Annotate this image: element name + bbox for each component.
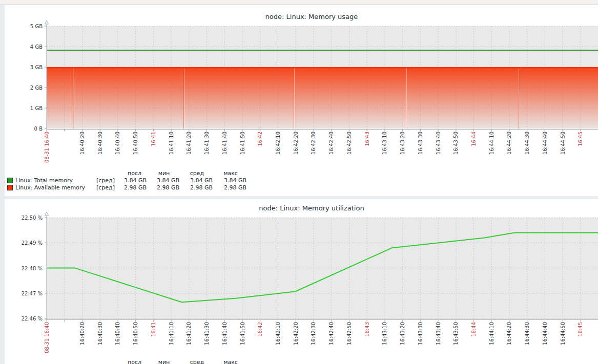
legend-column-header: посл xyxy=(121,359,148,364)
x-tick-label: 16:43:20 xyxy=(400,322,405,345)
x-tick-label: 16:43:30 xyxy=(418,322,423,345)
y-tick-label: 22.48 % xyxy=(5,265,43,272)
legend-value: 3.84 GB xyxy=(147,177,179,184)
x-tick-label: 16:42:40 xyxy=(328,132,334,155)
x-tick-label: 16:44:30 xyxy=(524,322,530,345)
x-tick-label: 16:40:40 xyxy=(115,322,120,345)
y-tick-label: 3 GB xyxy=(5,64,43,71)
x-tick-label: 16:41:10 xyxy=(169,132,174,155)
legend-color-swatch xyxy=(7,178,13,183)
legend-column-header: посл xyxy=(121,170,148,177)
legend-aggregation: [сред] xyxy=(96,184,120,191)
x-tick-label: 16:43:10 xyxy=(382,322,387,345)
x-tick-label: 16:41:50 xyxy=(240,132,245,155)
x-tick-label: 16:41:50 xyxy=(240,322,245,345)
x-tick-label: 16:42 xyxy=(257,132,263,146)
legend-value: 2.98 GB xyxy=(213,184,246,191)
x-tick-label: 16:44:50 xyxy=(560,132,566,155)
x-tick-label: 16:44:20 xyxy=(506,322,512,345)
x-tick-label: 16:40:20 xyxy=(79,132,85,155)
x-tick-label: 16:42:10 xyxy=(275,132,281,155)
x-tick-label: 16:43 xyxy=(364,322,370,337)
y-tick-label: 22.50 % xyxy=(5,215,43,221)
x-tick-label: 16:41:20 xyxy=(186,322,192,345)
x-tick-label: 16:40:20 xyxy=(79,322,85,345)
x-tick-label: 16:44:40 xyxy=(542,322,548,345)
y-tick-label: 4 GB xyxy=(5,44,43,50)
x-tick-label: 16:41:20 xyxy=(186,132,192,155)
x-tick-label: 16:41 xyxy=(151,132,156,146)
memory-usage-plot-area[interactable] xyxy=(47,19,598,137)
legend-value: 2.98 GB xyxy=(120,184,147,191)
x-tick-label: 16:43:10 xyxy=(382,132,387,155)
memory-utilization-plot-area[interactable] xyxy=(47,212,598,328)
x-tick-label: 16:43:50 xyxy=(453,132,459,155)
memory-utilization-title: node: Linux: Memory utilization xyxy=(15,204,598,212)
legend-value: 3.84 GB xyxy=(213,177,246,184)
x-tick-label: 16:42 xyxy=(257,322,263,337)
x-tick-label: 16:42:20 xyxy=(293,132,299,155)
x-tick-label: 16:44:10 xyxy=(489,322,494,345)
memory-utilization-legend: послминсредмакс xyxy=(7,358,248,364)
x-tick-label: 16:43 xyxy=(364,132,370,146)
x-tick-label: 08-31 16:40 xyxy=(44,132,50,163)
legend-header-row: послминсредмакс xyxy=(7,358,248,364)
legend-item-label: Linux: Available memory xyxy=(15,184,96,191)
x-tick-label: 16:41 xyxy=(151,322,156,337)
memory-usage-graph-panel: node: Linux: Memory usage 5 GB4 GB3 GB2 … xyxy=(5,5,598,196)
memory-utilization-graph-panel: node: Linux: Memory utilization 22.50 %2… xyxy=(5,199,598,364)
y-tick-label: 22.46 % xyxy=(5,315,43,322)
x-tick-label: 16:45 xyxy=(578,322,583,337)
x-tick-label: 16:43:20 xyxy=(400,132,405,155)
x-tick-label: 16:42:40 xyxy=(328,322,334,345)
x-tick-label: 16:42:30 xyxy=(311,132,316,155)
legend-value: 2.98 GB xyxy=(147,184,179,191)
x-tick-label: 16:44 xyxy=(471,132,477,146)
legend-column-header: мин xyxy=(148,359,180,364)
x-tick-label: 16:40:40 xyxy=(115,132,120,155)
x-tick-label: 16:41:10 xyxy=(169,322,174,345)
x-tick-label: 16:40:30 xyxy=(97,322,103,345)
y-tick-label: 22.49 % xyxy=(5,240,43,246)
x-tick-label: 16:41:30 xyxy=(204,322,210,345)
y-tick-label: 22.47 % xyxy=(5,290,43,297)
legend-color-swatch xyxy=(7,185,13,190)
x-tick-label: 16:44:20 xyxy=(506,132,512,155)
x-tick-label: 16:40:30 xyxy=(97,132,103,155)
legend-column-header: мин xyxy=(148,170,180,177)
x-tick-label: 16:43:40 xyxy=(436,132,441,155)
x-tick-label: 16:40:50 xyxy=(133,132,138,155)
x-tick-label: 16:42:30 xyxy=(311,322,316,345)
legend-column-header: макс xyxy=(214,170,248,177)
x-tick-label: 16:43:40 xyxy=(436,322,441,345)
x-tick-label: 16:44 xyxy=(471,322,477,337)
y-tick-label: 2 GB xyxy=(5,84,43,91)
x-tick-label: 16:44:50 xyxy=(560,322,566,345)
x-tick-label: 16:42:10 xyxy=(275,322,281,345)
x-tick-label: 16:40:50 xyxy=(133,322,138,345)
legend-aggregation: [сред] xyxy=(96,177,120,184)
legend-row: Linux: Total memory[сред]3.84 GB3.84 GB3… xyxy=(7,177,248,184)
legend-value: 2.98 GB xyxy=(179,184,213,191)
x-tick-label: 16:42:20 xyxy=(293,322,299,345)
x-tick-label: 16:43:50 xyxy=(453,322,459,345)
x-tick-label: 16:44:10 xyxy=(489,132,494,155)
x-tick-label: 16:42:50 xyxy=(346,132,352,155)
y-tick-label: 1 GB xyxy=(5,105,43,112)
x-tick-label: 16:41:40 xyxy=(222,132,228,155)
x-tick-label: 16:44:30 xyxy=(524,132,530,155)
legend-column-header: сред xyxy=(180,359,214,364)
x-tick-label: 16:42:50 xyxy=(346,322,352,345)
legend-header-row: послминсредмакс xyxy=(7,169,248,177)
legend-column-header: сред xyxy=(180,170,214,177)
legend-row: Linux: Available memory[сред]2.98 GB2.98… xyxy=(7,184,248,191)
x-tick-label: 16:41:40 xyxy=(222,322,228,345)
memory-usage-legend: послминсредмаксLinux: Total memory[сред]… xyxy=(7,169,248,191)
y-tick-label: 0 B xyxy=(5,125,43,132)
page-top-strip xyxy=(0,0,598,5)
legend-column-header: макс xyxy=(214,359,248,364)
legend-value: 3.84 GB xyxy=(179,177,213,184)
zabbix-graphs-page: { "page": { "top_strip": "" }, "x_ticks"… xyxy=(0,0,598,364)
x-tick-label: 08-31 16:40 xyxy=(44,322,50,353)
x-tick-label: 16:44:40 xyxy=(542,132,548,155)
